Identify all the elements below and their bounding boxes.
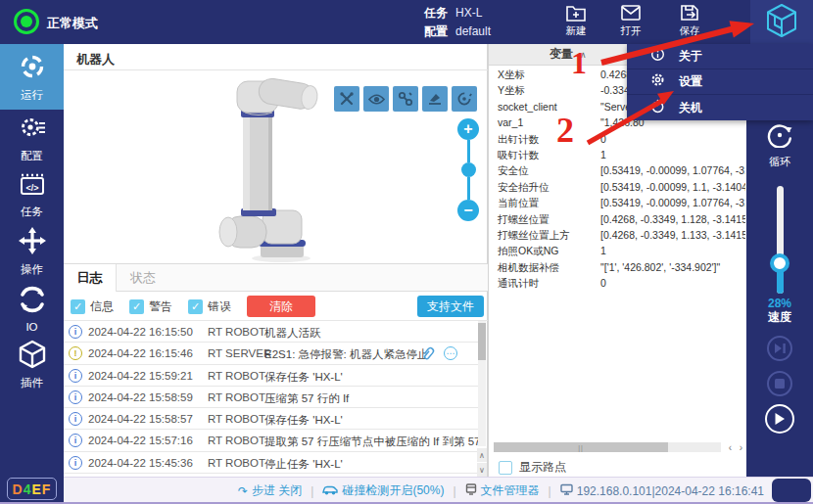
info-icon: i <box>69 434 82 447</box>
collision-detection-toggle[interactable]: 碰撞检测开启(50%) <box>322 482 444 499</box>
log-scrollbar-thumb[interactable] <box>478 323 486 360</box>
sidebar-item-plugin[interactable]: 插件 <box>0 337 64 393</box>
speed-label: 速度 <box>746 309 813 326</box>
paperclip-icon[interactable] <box>421 345 436 365</box>
nav-sidebar: 运行 配置 </> 任务 操作 IO 插件 D4EF <box>0 44 64 504</box>
task-row: 任务HX-L <box>424 5 482 22</box>
step-mode-toggle[interactable]: ↷ 步进 关闭 <box>238 482 302 499</box>
joint-link-button[interactable] <box>393 86 418 112</box>
save-task-button[interactable]: 保存 <box>669 3 710 42</box>
menu-item-shutdown[interactable]: 关机 <box>627 95 813 120</box>
log-scroll-up-button[interactable]: ∧ <box>477 448 487 462</box>
sidebar-item-operate[interactable]: 操作 <box>0 223 64 280</box>
variable-row[interactable]: 出钉计数0 <box>489 131 747 147</box>
variable-row[interactable]: 当前位置[0.53419, -0.00099, 1.07764, -3.1404… <box>489 195 747 210</box>
task-label: 任务 <box>424 6 448 20</box>
info-circle-icon <box>650 47 665 66</box>
log-row[interactable]: i 2024-04-22 16:15:50 RT ROBOT 机器人活跃 <box>64 321 479 343</box>
speed-slider-handle[interactable] <box>770 253 789 273</box>
checkbox-checked-icon: ✓ <box>129 299 144 314</box>
speed-slider-track[interactable] <box>777 186 784 294</box>
variable-row[interactable]: 安全抬升位[0.53419, -0.00099, 1.1, -3.14048, … <box>489 179 747 195</box>
stop-button[interactable] <box>767 371 792 396</box>
mode-label: 正常模式 <box>47 15 98 32</box>
checkbox-unchecked-icon <box>499 461 512 475</box>
variable-row[interactable]: 通讯计时0 <box>489 275 747 291</box>
variable-row[interactable]: 相机数据补偿"['1', '426.802', '-334.902']" <box>489 259 747 275</box>
play-button[interactable] <box>765 404 794 434</box>
info-icon: i <box>69 412 82 426</box>
checkbox-checked-icon: ✓ <box>188 299 203 314</box>
menu-item-about[interactable]: 关于 <box>627 44 813 69</box>
config-row: 配置default <box>424 23 491 40</box>
log-row[interactable]: i 2024-04-22 15:45:36 RT ROBOT 停止任务 'HX-… <box>64 452 479 474</box>
io-cycle-icon <box>18 285 47 318</box>
show-waypoints-checkbox[interactable]: 显示路点 <box>499 459 566 476</box>
log-tab-bar: 日志 状态 <box>64 264 488 292</box>
sidebar-item-task[interactable]: </> 任务 <box>0 166 64 223</box>
log-row[interactable]: i 2024-04-22 15:59:21 RT ROBOT 保存任务 'HX-… <box>64 365 479 387</box>
info-icon: i <box>69 456 82 470</box>
zoom-out-button[interactable]: − <box>457 200 479 221</box>
scroll-right-button[interactable]: › <box>736 442 746 453</box>
sidebar-item-run[interactable]: 运行 <box>0 44 64 110</box>
app-dropdown-menu: 关于 设置 关机 <box>627 44 813 120</box>
step-forward-button[interactable] <box>767 336 792 361</box>
log-row[interactable]: i 2024-04-22 15:58:57 RT ROBOT 保存任务 'HX-… <box>64 408 479 430</box>
variable-row[interactable]: 拍照OK或NG1 <box>489 243 747 258</box>
zoom-in-button[interactable]: + <box>457 118 479 140</box>
session-code-badge[interactable]: D4EF <box>7 478 57 500</box>
log-scroll-down-button[interactable]: ∨ <box>477 463 487 477</box>
rotate-view-button[interactable] <box>452 86 477 112</box>
info-icon: i <box>69 325 82 339</box>
top-bar: 正常模式 任务HX-L 配置default 新建 打开 保存 <box>0 0 813 44</box>
log-row[interactable]: ! 2024-04-22 16:15:46 RT SERVER E2S1: 急停… <box>64 343 479 364</box>
plugin-cube-icon <box>18 340 47 373</box>
tab-log[interactable]: 日志 <box>64 264 117 292</box>
sidebar-item-config[interactable]: 配置 <box>0 110 64 166</box>
support-file-button[interactable]: 支持文件 <box>417 296 484 317</box>
config-label: 配置 <box>424 24 448 38</box>
robot-status-indicator <box>14 9 39 34</box>
variable-row[interactable]: 打螺丝位置[0.4268, -0.3349, 1.128, -3.14159, … <box>489 211 747 227</box>
tools-button[interactable] <box>334 86 359 112</box>
file-manager-button[interactable]: 文件管理器 <box>465 482 540 499</box>
info-icon: i <box>69 390 82 404</box>
menu-item-settings[interactable]: 设置 <box>627 69 813 95</box>
view-zoom-control: + − <box>457 118 479 221</box>
open-task-button[interactable]: 打开 <box>610 3 651 42</box>
checkbox-checked-icon: ✓ <box>71 299 85 314</box>
run-target-icon <box>18 52 47 85</box>
scroll-left-button[interactable]: ‹ <box>725 442 736 453</box>
robot-panel-title: 机器人 <box>76 51 115 69</box>
zoom-slider-handle[interactable] <box>461 162 476 177</box>
filter-warn-checkbox[interactable]: ✓ 警告 <box>129 298 172 315</box>
log-scrollbar[interactable] <box>478 321 486 446</box>
gear-list-icon <box>18 113 47 146</box>
filter-error-checkbox[interactable]: ✓ 错误 <box>188 298 231 315</box>
visibility-eye-button[interactable] <box>363 86 389 112</box>
log-list: i 2024-04-22 16:15:50 RT ROBOT 机器人活跃 ! 2… <box>64 321 479 477</box>
variable-row[interactable]: 安全位[0.53419, -0.00099, 1.07764, -3.14048… <box>489 162 747 178</box>
save-icon <box>679 3 700 23</box>
log-row[interactable]: i 2024-04-22 15:58:59 RT ROBOT 压缩第 57 行的… <box>64 387 479 408</box>
variables-hscrollbar-thumb[interactable]: || <box>494 442 668 452</box>
loop-mode-button[interactable]: 循环 <box>746 122 813 169</box>
status-bar: ↷ 步进 关闭 | 碰撞检测开启(50%) | 文件管理器 | 192.168.… <box>64 477 813 504</box>
config-value: default <box>455 24 491 38</box>
app-logo-menu-button[interactable] <box>750 0 813 44</box>
new-task-button[interactable]: 新建 <box>555 3 597 42</box>
clear-log-button[interactable]: 清除 <box>247 296 315 317</box>
sidebar-item-io[interactable]: IO <box>0 280 64 337</box>
log-row[interactable]: i 2024-04-22 15:57:16 RT ROBOT 提取第 57 行压… <box>64 430 479 451</box>
more-options-icon[interactable]: ⋯ <box>444 346 457 360</box>
variables-hscrollbar[interactable]: || <box>494 442 721 452</box>
variable-row[interactable]: 吸钉计数1 <box>489 147 747 162</box>
task-value: HX-L <box>455 6 482 20</box>
marker-brush-button[interactable] <box>422 86 448 112</box>
open-envelope-icon <box>620 3 642 23</box>
variable-row[interactable]: 打螺丝位置上方[0.4268, -0.3349, 1.133, -3.14159… <box>489 227 747 243</box>
filter-info-checkbox[interactable]: ✓ 信息 <box>71 298 114 315</box>
tab-status[interactable]: 状态 <box>117 264 169 292</box>
keyboard-toggle-button[interactable] <box>772 479 811 502</box>
